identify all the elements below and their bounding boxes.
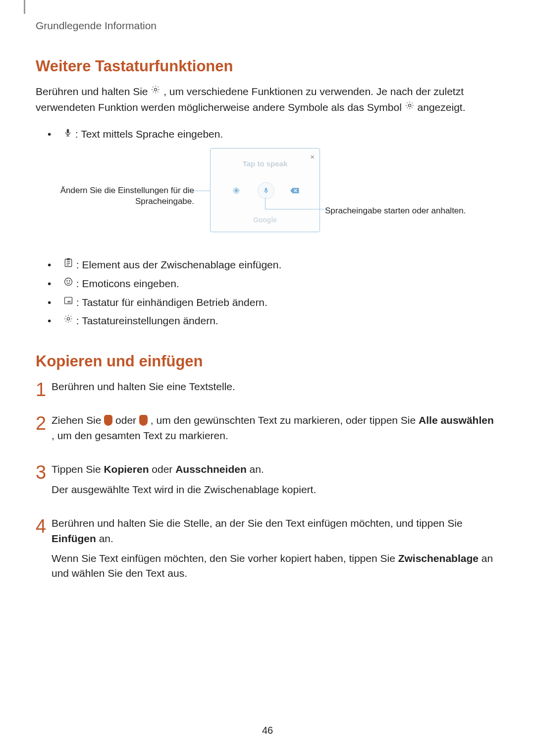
gear-icon: [232, 187, 240, 197]
leader-line-right-v: [265, 198, 266, 209]
figure-caption-left: Ändern Sie die Einstellungen für die Spr…: [46, 185, 194, 207]
microphone-button: [258, 182, 274, 199]
text: Berühren und halten Sie die Stelle, an d…: [52, 517, 463, 529]
list-item: : Tastatureinstellungen ändern.: [46, 313, 499, 330]
step-4: 4 Berühren und halten Sie die Stelle, an…: [36, 516, 499, 586]
selection-handle-left-icon: [104, 415, 112, 426]
bold-text: Alle auswählen: [419, 414, 494, 426]
page-number: 46: [0, 725, 535, 736]
svg-point-5: [235, 190, 237, 192]
step-note: Wenn Sie Text einfügen möchten, den Sie …: [52, 551, 499, 581]
bullet-text: : Element aus der Zwischenablage einfüge…: [76, 259, 281, 270]
onehand-keyboard-icon: [63, 294, 73, 310]
step-number: 2: [36, 413, 52, 448]
svg-point-22: [67, 318, 69, 320]
side-rule: [24, 0, 25, 14]
gear-icon: [63, 312, 73, 329]
backspace-icon: [290, 187, 300, 196]
bullet-text: : Tastatureinstellungen ändern.: [76, 315, 218, 326]
text: Wenn Sie Text einfügen möchten, den Sie …: [52, 553, 398, 564]
bullet-list-bottom: : Element aus der Zwischenablage einfüge…: [36, 257, 499, 330]
bold-text: Zwischenablage: [398, 553, 479, 564]
smiley-icon: [63, 275, 73, 292]
panel-brand-label: Google: [211, 216, 320, 224]
svg-point-15: [65, 278, 72, 285]
step-text: Berühren und halten Sie eine Textstelle.: [52, 379, 499, 394]
svg-point-16: [67, 281, 67, 281]
step-3: 3 Tippen Sie Kopieren oder Ausschneiden …: [36, 462, 499, 502]
clipboard-icon: [63, 256, 73, 273]
gear-icon: [151, 84, 160, 99]
figure-caption-right: Spracheingabe starten oder anhalten.: [325, 206, 483, 216]
leader-line-right-h: [265, 209, 324, 209]
list-item: : Element aus der Zwischenablage einfüge…: [46, 257, 499, 274]
intro-text-a: Berühren und halten Sie: [36, 86, 151, 97]
section-heading-copypaste: Kopieren und einfügen: [36, 353, 499, 370]
step-text: Tippen Sie Kopieren oder Ausschneiden an…: [52, 462, 499, 477]
text: Tippen Sie: [52, 463, 104, 475]
bullet-text: : Emoticons eingeben.: [76, 278, 179, 289]
svg-rect-6: [265, 188, 267, 191]
step-number: 1: [36, 379, 52, 399]
intro-text-c: angezeigt.: [418, 101, 466, 113]
bullet-text: : Text mittels Sprache eingeben.: [75, 128, 223, 140]
text: an.: [99, 533, 113, 544]
gear-icon: [405, 100, 415, 114]
text: an.: [250, 463, 264, 475]
text: oder: [115, 414, 139, 426]
text: , um den gesamten Text zu markieren.: [52, 430, 228, 441]
step-text: Berühren und halten Sie die Stelle, an d…: [52, 516, 499, 546]
text: Ziehen Sie: [52, 414, 104, 426]
step-2: 2 Ziehen Sie oder , um den gewünschten T…: [36, 413, 499, 448]
svg-point-21: [69, 302, 70, 302]
voice-input-panel: × Tap to speak: [210, 148, 320, 232]
bullet-text: : Tastatur für einhändigen Betrieb änder…: [76, 297, 268, 308]
microphone-icon: [63, 126, 72, 143]
step-1: 1 Berühren und halten Sie eine Textstell…: [36, 379, 499, 399]
text: , um den gewünschten Text zu markieren, …: [151, 414, 419, 426]
panel-tap-label: Tap to speak: [211, 159, 320, 168]
svg-point-0: [155, 89, 157, 91]
bold-text: Kopieren: [104, 463, 149, 475]
selection-handle-right-icon: [139, 415, 148, 426]
bold-text: Einfügen: [52, 533, 96, 544]
bold-text: Ausschneiden: [175, 463, 247, 475]
running-header: Grundlegende Information: [36, 20, 499, 32]
list-item: : Emoticons eingeben.: [46, 276, 499, 293]
list-item: : Text mittels Sprache eingeben.: [46, 126, 499, 143]
svg-point-20: [68, 302, 69, 302]
svg-rect-10: [65, 259, 71, 267]
svg-rect-2: [67, 129, 69, 133]
section-heading-keyboard: Weitere Tastaturfunktionen: [36, 57, 499, 75]
list-item: : Tastatur für einhändigen Betrieb änder…: [46, 295, 499, 311]
voice-input-figure: Ändern Sie die Einstellungen für die Spr…: [36, 148, 499, 247]
bullet-list-top: : Text mittels Sprache eingeben.: [36, 126, 499, 143]
intro-paragraph: Berühren und halten Sie , um verschieden…: [36, 84, 499, 115]
step-note: Der ausgewählte Text wird in die Zwische…: [52, 482, 499, 497]
svg-point-1: [408, 104, 411, 106]
text: oder: [152, 463, 175, 475]
step-text: Ziehen Sie oder , um den gewünschten Tex…: [52, 413, 499, 443]
step-number: 3: [36, 462, 52, 502]
step-number: 4: [36, 516, 52, 586]
svg-point-17: [69, 281, 70, 281]
